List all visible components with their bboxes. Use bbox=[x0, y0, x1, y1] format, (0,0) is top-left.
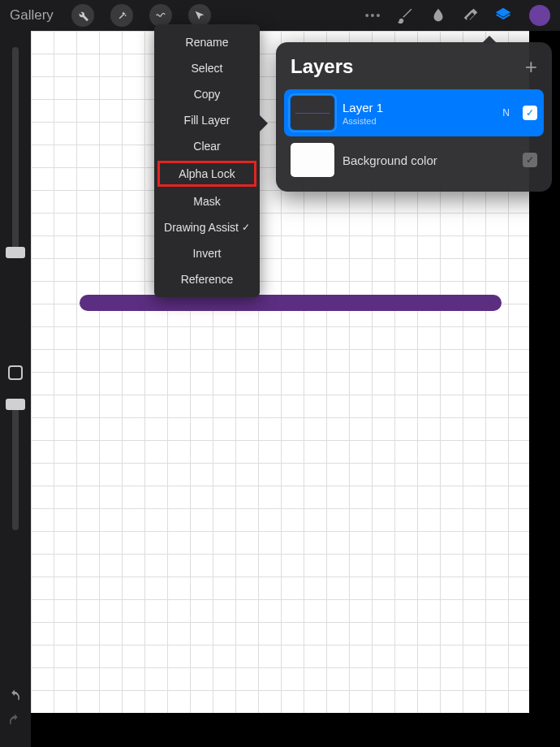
context-item-invert[interactable]: Invert bbox=[154, 240, 260, 266]
layers-tool-button[interactable] bbox=[487, 0, 519, 31]
context-item-drawing-assist[interactable]: Drawing Assist✓ bbox=[154, 214, 260, 240]
layer-visibility-checkbox[interactable]: ✓ bbox=[523, 153, 537, 167]
more-button[interactable]: ••• bbox=[357, 0, 390, 31]
adjustments-button[interactable] bbox=[110, 4, 133, 27]
wand-icon bbox=[115, 9, 128, 22]
context-item-copy[interactable]: Copy bbox=[154, 81, 260, 107]
context-item-alpha-lock[interactable]: Alpha Lock bbox=[157, 161, 256, 187]
smudge-tool-button[interactable] bbox=[422, 0, 454, 31]
context-item-label: Select bbox=[192, 62, 223, 75]
undo-button[interactable] bbox=[0, 689, 31, 705]
eraser-tool-button[interactable] bbox=[454, 0, 487, 31]
layer-subtitle: Assisted bbox=[342, 116, 494, 126]
color-swatch-button[interactable] bbox=[529, 5, 550, 26]
smudge-icon bbox=[429, 6, 447, 24]
layer-thumbnail bbox=[291, 96, 334, 130]
redo-icon bbox=[7, 713, 24, 729]
background-layer-row[interactable]: Background color✓ bbox=[284, 136, 544, 184]
brush-icon bbox=[397, 6, 415, 24]
add-layer-button[interactable]: + bbox=[525, 56, 537, 77]
layer-row[interactable]: Layer 1AssistedN✓ bbox=[284, 89, 544, 136]
context-item-label: Clear bbox=[193, 140, 220, 153]
context-item-label: Reference bbox=[181, 273, 234, 286]
cursor-icon bbox=[193, 9, 206, 22]
context-item-clear[interactable]: Clear bbox=[154, 133, 260, 159]
context-item-fill-layer[interactable]: Fill Layer bbox=[154, 107, 260, 133]
top-toolbar: Gallery ••• bbox=[0, 0, 560, 31]
context-item-label: Fill Layer bbox=[184, 114, 230, 127]
context-item-label: Copy bbox=[194, 88, 221, 101]
layer-visibility-checkbox[interactable]: ✓ bbox=[523, 106, 537, 120]
brush-size-slider[interactable] bbox=[12, 47, 19, 250]
layer-info: Background color bbox=[342, 153, 515, 167]
context-item-select[interactable]: Select bbox=[154, 55, 260, 81]
context-item-label: Drawing Assist bbox=[164, 221, 239, 234]
actions-button[interactable] bbox=[71, 4, 94, 27]
layers-panel: Layers + Layer 1AssistedN✓Background col… bbox=[276, 42, 552, 192]
drawn-stroke bbox=[80, 295, 502, 311]
blend-mode-indicator[interactable]: N bbox=[502, 107, 510, 119]
context-item-label: Invert bbox=[192, 247, 221, 260]
thumb-stroke bbox=[295, 113, 330, 114]
layer-thumbnail bbox=[291, 143, 334, 177]
context-item-label: Alpha Lock bbox=[179, 167, 235, 180]
context-item-label: Rename bbox=[186, 36, 229, 49]
transform-button[interactable] bbox=[188, 4, 211, 27]
context-item-label: Mask bbox=[193, 195, 220, 208]
opacity-thumb[interactable] bbox=[6, 399, 25, 410]
context-item-mask[interactable]: Mask bbox=[154, 188, 260, 214]
gallery-button[interactable]: Gallery bbox=[0, 7, 63, 24]
brush-size-thumb[interactable] bbox=[6, 247, 25, 258]
layers-panel-title: Layers bbox=[291, 55, 353, 78]
layer-name: Layer 1 bbox=[342, 101, 494, 114]
context-item-reference[interactable]: Reference bbox=[154, 266, 260, 292]
opacity-slider[interactable] bbox=[12, 400, 19, 530]
layer-name: Background color bbox=[342, 153, 515, 167]
eraser-icon bbox=[462, 6, 480, 24]
check-icon: ✓ bbox=[242, 222, 250, 233]
modify-button[interactable] bbox=[8, 365, 23, 380]
ellipsis-icon: ••• bbox=[365, 9, 382, 22]
selection-button[interactable] bbox=[149, 4, 172, 27]
undo-icon bbox=[7, 689, 24, 705]
brush-tool-button[interactable] bbox=[390, 0, 422, 31]
wrench-icon bbox=[76, 9, 89, 22]
left-sidebar bbox=[0, 31, 31, 747]
menu-pointer bbox=[260, 115, 268, 132]
layer-info: Layer 1Assisted bbox=[342, 101, 494, 126]
layers-icon bbox=[494, 6, 512, 24]
layer-context-menu: RenameSelectCopyFill LayerClearAlpha Loc… bbox=[154, 24, 260, 297]
selection-icon bbox=[154, 9, 167, 22]
redo-button[interactable] bbox=[0, 713, 31, 729]
context-item-rename[interactable]: Rename bbox=[154, 29, 260, 55]
